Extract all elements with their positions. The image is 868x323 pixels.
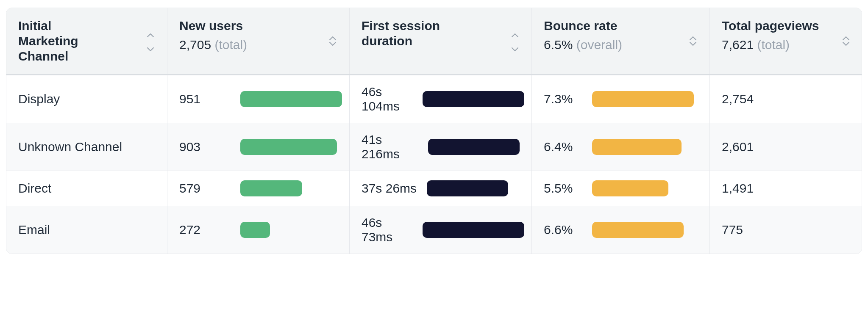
col-header-first-session[interactable]: First session duration — [350, 8, 532, 74]
bounce_rate-bar — [592, 91, 694, 107]
pageviews-cell: 1,491 — [710, 171, 862, 206]
first_session-value: 37s 26ms — [362, 181, 417, 196]
pageviews-value: 1,491 — [722, 181, 773, 196]
new_users-value: 951 — [179, 92, 230, 106]
channel-cell[interactable]: Display — [6, 75, 167, 123]
new_users-cell: 951 — [167, 75, 350, 123]
sort-control — [146, 18, 155, 64]
chevron-up-icon[interactable] — [512, 33, 518, 37]
pageviews-cell: 2,754 — [710, 75, 862, 123]
channel-cell[interactable]: Direct — [6, 171, 167, 206]
pageviews-value: 2,754 — [722, 92, 773, 106]
chevron-down-icon[interactable] — [843, 42, 849, 46]
sort-control — [510, 18, 520, 64]
chevron-down-icon[interactable] — [329, 42, 336, 46]
col-label: First session duration — [362, 18, 455, 49]
new_users-bar — [240, 91, 342, 107]
first_session-bar — [423, 222, 524, 238]
table-row: Direct57937s 26ms5.5%1,491 — [6, 171, 862, 206]
new_users-value: 579 — [179, 181, 230, 196]
new_users-value: 903 — [179, 140, 230, 154]
col-label: Initial Marketing Channel — [18, 18, 111, 64]
first_session-cell: 41s 216ms — [350, 123, 532, 171]
first_session-value: 46s 104ms — [362, 85, 412, 113]
pageviews-cell: 775 — [710, 206, 862, 254]
chevron-down-icon[interactable] — [512, 47, 518, 52]
channel-name: Direct — [18, 181, 51, 196]
col-label: Total pageviews — [722, 18, 819, 33]
bounce_rate-bar — [592, 139, 682, 155]
new_users-bar — [240, 222, 270, 238]
marketing-channel-table: Initial Marketing Channel New users 2,70… — [6, 8, 862, 254]
pageviews-value: 2,601 — [722, 140, 773, 154]
sort-control — [328, 18, 337, 64]
col-summary-value: 2,705 — [179, 38, 211, 52]
col-header-bounce-rate[interactable]: Bounce rate 6.5% (overall) — [532, 8, 710, 74]
bounce_rate-bar — [592, 180, 668, 196]
col-header-pageviews[interactable]: Total pageviews 7,621 (total) — [710, 8, 862, 74]
new_users-bar — [240, 180, 302, 196]
col-label: Bounce rate — [544, 18, 622, 33]
bounce_rate-cell: 6.6% — [532, 206, 710, 254]
pageviews-cell: 2,601 — [710, 123, 862, 171]
first_session-bar — [427, 180, 508, 196]
chevron-up-icon[interactable] — [690, 36, 696, 40]
sort-control — [688, 18, 698, 64]
new_users-bar — [240, 139, 337, 155]
chevron-down-icon[interactable] — [690, 42, 696, 46]
table-row: Unknown Channel90341s 216ms6.4%2,601 — [6, 123, 862, 171]
bounce_rate-cell: 7.3% — [532, 75, 710, 123]
first_session-cell: 37s 26ms — [350, 171, 532, 206]
first_session-bar — [428, 139, 520, 155]
chevron-up-icon[interactable] — [843, 36, 849, 40]
new_users-value: 272 — [179, 223, 230, 237]
channel-name: Display — [18, 92, 60, 106]
bounce_rate-value: 7.3% — [544, 92, 582, 106]
table-header: Initial Marketing Channel New users 2,70… — [6, 8, 862, 75]
new_users-cell: 579 — [167, 171, 350, 206]
col-header-new-users[interactable]: New users 2,705 (total) — [167, 8, 350, 74]
col-header-dimension[interactable]: Initial Marketing Channel — [6, 8, 167, 74]
first_session-value: 41s 216ms — [362, 133, 418, 161]
col-summary-note: (total) — [214, 38, 247, 52]
first_session-value: 46s 73ms — [362, 215, 412, 244]
col-summary: 6.5% (overall) — [544, 38, 622, 52]
col-summary: 2,705 (total) — [179, 38, 247, 52]
bounce_rate-value: 6.4% — [544, 140, 582, 154]
col-summary: 7,621 (total) — [722, 38, 819, 52]
bounce_rate-cell: 6.4% — [532, 123, 710, 171]
first_session-bar — [423, 91, 524, 107]
channel-cell[interactable]: Unknown Channel — [6, 123, 167, 171]
channel-cell[interactable]: Email — [6, 206, 167, 254]
col-summary-note: (total) — [757, 38, 790, 52]
new_users-cell: 903 — [167, 123, 350, 171]
sort-control — [841, 18, 851, 64]
col-summary-note: (overall) — [576, 38, 622, 52]
pageviews-value: 775 — [722, 223, 773, 237]
chevron-up-icon[interactable] — [147, 33, 154, 37]
first_session-cell: 46s 73ms — [350, 206, 532, 254]
table-body: Display95146s 104ms7.3%2,754Unknown Chan… — [6, 75, 862, 254]
bounce_rate-cell: 5.5% — [532, 171, 710, 206]
bounce_rate-value: 6.6% — [544, 223, 582, 237]
bounce_rate-bar — [592, 222, 684, 238]
col-label: New users — [179, 18, 247, 33]
col-summary-value: 7,621 — [722, 38, 754, 52]
table-row: Display95146s 104ms7.3%2,754 — [6, 75, 862, 123]
channel-name: Unknown Channel — [18, 140, 122, 154]
chevron-up-icon[interactable] — [329, 36, 336, 40]
first_session-cell: 46s 104ms — [350, 75, 532, 123]
new_users-cell: 272 — [167, 206, 350, 254]
table-row: Email27246s 73ms6.6%775 — [6, 206, 862, 254]
bounce_rate-value: 5.5% — [544, 181, 582, 196]
col-summary-value: 6.5% — [544, 38, 573, 52]
channel-name: Email — [18, 223, 50, 237]
chevron-down-icon[interactable] — [147, 47, 154, 52]
